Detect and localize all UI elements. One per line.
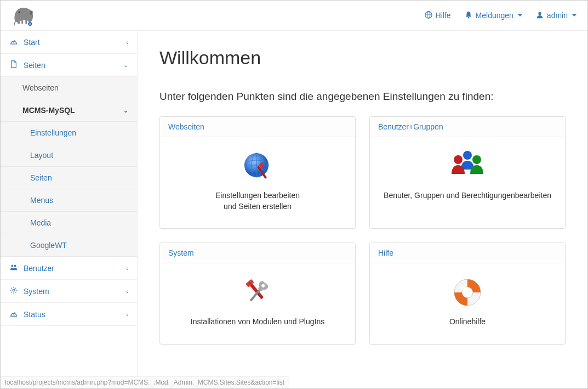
svg-point-25 xyxy=(472,155,481,164)
navbar: Hilfe Meldungen admin xyxy=(1,1,587,31)
svg-point-8 xyxy=(538,12,541,14)
sidebar-label: Status xyxy=(24,310,45,319)
sidebar-item-seiten[interactable]: Seiten ⌄ xyxy=(1,54,137,77)
svg-point-24 xyxy=(454,155,463,164)
chevron-down-icon xyxy=(518,14,522,16)
globe-icon xyxy=(425,11,432,20)
chevron-left-icon: ‹ xyxy=(126,288,128,295)
card-desc: Installationen von Modulen und PlugIns xyxy=(168,317,347,328)
dashboard-icon xyxy=(9,37,18,47)
sidebar-label: Einstellungen xyxy=(30,128,76,137)
card-header: System xyxy=(160,243,355,263)
svg-point-13 xyxy=(13,289,15,291)
svg-point-11 xyxy=(11,264,13,267)
chevron-down-icon: ⌄ xyxy=(123,61,128,69)
tools-icon xyxy=(168,274,347,310)
sidebar-label: MCMS-MySQL xyxy=(22,106,75,115)
sidebar-label: Menus xyxy=(30,196,53,205)
card-webseiten[interactable]: Webseiten xyxy=(159,116,356,229)
dashboard-icon xyxy=(9,309,18,319)
sidebar-label: Media xyxy=(30,218,51,227)
users-group-icon xyxy=(378,148,557,184)
content: Willkommen Unter folgenden Punkten sind … xyxy=(138,31,587,376)
statusbar: localhost/projects/mcms/admin.php?mod=MC… xyxy=(1,376,289,388)
sidebar-item-einstellungen[interactable]: Einstellungen xyxy=(1,122,137,144)
chevron-down-icon: ⌄ xyxy=(123,107,128,114)
svg-point-0 xyxy=(19,12,20,13)
sidebar-label: Seiten xyxy=(24,61,45,70)
sidebar-item-start[interactable]: Start ‹ xyxy=(1,31,137,54)
chevron-left-icon: ‹ xyxy=(126,265,128,272)
sidebar-label: Benutzer xyxy=(24,264,54,273)
sidebar-item-layout[interactable]: Layout xyxy=(1,144,137,167)
card-desc: Onlinehilfe xyxy=(378,317,557,328)
svg-point-33 xyxy=(460,286,467,290)
file-icon xyxy=(9,60,18,70)
sidebar: Start ‹ Seiten ⌄ Webseiten MCMS-MySQL ⌄ … xyxy=(1,31,138,376)
sidebar-item-menus[interactable]: Menus xyxy=(1,189,137,212)
sidebar-item-googlewt[interactable]: GoogleWT xyxy=(1,234,137,257)
svg-point-12 xyxy=(14,264,16,267)
sidebar-label: GoogleWT xyxy=(30,241,67,250)
card-header: Benutzer+Gruppen xyxy=(370,117,565,137)
sidebar-label: Start xyxy=(24,38,40,47)
card-hilfe[interactable]: Hilfe Onlinehilfe xyxy=(369,243,566,345)
svg-point-15 xyxy=(13,314,14,315)
nav-help[interactable]: Hilfe xyxy=(425,11,451,20)
sidebar-item-mcms-mysql[interactable]: MCMS-MySQL ⌄ xyxy=(1,99,137,122)
lifebuoy-icon xyxy=(378,274,557,310)
card-header: Hilfe xyxy=(370,243,565,263)
chevron-left-icon: ‹ xyxy=(126,311,128,318)
sidebar-item-system[interactable]: System ‹ xyxy=(1,280,137,303)
nav-help-label: Hilfe xyxy=(436,11,451,20)
chevron-left-icon: ‹ xyxy=(126,39,128,46)
page-subtitle: Unter folgenden Punkten sind die angegeb… xyxy=(159,91,566,103)
svg-point-23 xyxy=(463,151,472,160)
card-desc-line2: und Seiten erstellen xyxy=(168,201,347,212)
svg-point-7 xyxy=(467,16,469,18)
globe-tools-icon xyxy=(168,148,347,184)
nav-user-label: admin xyxy=(547,11,568,20)
sidebar-item-benutzer[interactable]: Benutzer ‹ xyxy=(1,257,137,280)
bell-icon xyxy=(465,11,472,20)
page-title: Willkommen xyxy=(159,47,566,69)
sidebar-label: Webseiten xyxy=(22,83,59,92)
card-desc: Benuter, Gruppen und Berechtigungenbearb… xyxy=(378,190,557,201)
sidebar-item-media[interactable]: Media xyxy=(1,212,137,234)
svg-point-10 xyxy=(13,42,14,43)
sidebar-item-status[interactable]: Status ‹ xyxy=(1,303,137,326)
nav-notifications[interactable]: Meldungen xyxy=(465,11,522,20)
logo-mammoth xyxy=(12,4,36,26)
card-header: Webseiten xyxy=(160,117,355,137)
card-desc-line1: Einstellungen bearbeiten xyxy=(168,190,347,201)
sidebar-item-seiten-sub[interactable]: Seiten xyxy=(1,167,137,189)
card-system[interactable]: System xyxy=(159,243,356,345)
card-benutzer[interactable]: Benutzer+Gruppen Benuter, Gruppen und Be… xyxy=(369,116,566,229)
chevron-down-icon xyxy=(572,14,576,16)
nav-user[interactable]: admin xyxy=(536,11,576,20)
sidebar-item-webseiten[interactable]: Webseiten xyxy=(1,77,137,99)
sidebar-label: System xyxy=(24,287,49,296)
nav-notifications-label: Meldungen xyxy=(476,11,513,20)
sidebar-label: Layout xyxy=(30,151,53,160)
users-icon xyxy=(9,263,18,273)
gear-icon xyxy=(9,286,18,296)
sidebar-label: Seiten xyxy=(30,173,52,182)
user-icon xyxy=(536,11,544,20)
